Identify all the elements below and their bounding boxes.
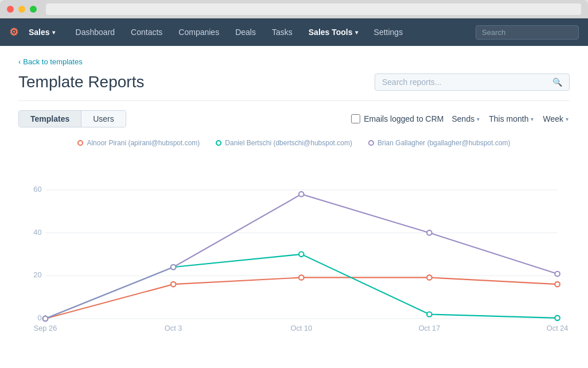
nav-contacts[interactable]: Contacts xyxy=(123,18,170,46)
svg-text:40: 40 xyxy=(33,228,41,237)
svg-text:Oct 17: Oct 17 xyxy=(419,324,441,332)
crm-checkbox[interactable] xyxy=(351,114,360,123)
header-divider xyxy=(18,100,570,101)
legend-label-1: Daniel Bertschi (dbertschi@hubspot.com) xyxy=(225,139,352,147)
svg-text:60: 60 xyxy=(33,185,41,193)
nav-sales-tools-label: Sales Tools xyxy=(309,28,353,37)
maximize-dot[interactable] xyxy=(30,6,37,13)
page-title: Template Reports xyxy=(18,73,144,91)
back-arrow-icon: ‹ xyxy=(18,57,21,66)
nav-settings[interactable]: Settings xyxy=(366,18,411,46)
nav-logo[interactable]: ⚙ xyxy=(9,26,18,38)
this-month-arrow-icon: ▾ xyxy=(531,116,534,122)
search-reports-container: 🔍 xyxy=(375,73,570,91)
point-alnoor-3 xyxy=(427,275,432,280)
crm-checkbox-group: Emails logged to CRM xyxy=(351,114,443,123)
nav-sales-arrow: ▾ xyxy=(52,29,55,36)
point-brian-2 xyxy=(299,192,304,197)
point-daniel-4 xyxy=(555,316,560,321)
point-brian-4 xyxy=(555,272,560,277)
nav-dashboard[interactable]: Dashboard xyxy=(68,18,123,46)
legend-label-0: Alnoor Pirani (apirani@hubspot.com) xyxy=(87,139,200,147)
chart-area: Alnoor Pirani (apirani@hubspot.com) Dani… xyxy=(18,139,570,357)
right-controls: Emails logged to CRM Sends ▾ This month … xyxy=(351,112,570,126)
legend-item-0: Alnoor Pirani (apirani@hubspot.com) xyxy=(77,139,200,147)
nav-companies-label: Companies xyxy=(178,28,219,37)
week-arrow-icon: ▾ xyxy=(566,116,568,122)
point-alnoor-2 xyxy=(299,275,304,280)
nav-tasks-label: Tasks xyxy=(272,28,293,37)
point-daniel-3 xyxy=(427,312,432,317)
legend-item-1: Daniel Bertschi (dbertschi@hubspot.com) xyxy=(216,139,352,147)
nav-sales-tools-arrow: ▾ xyxy=(355,29,358,36)
svg-text:Oct 24: Oct 24 xyxy=(547,324,568,332)
nav-dashboard-label: Dashboard xyxy=(76,28,115,37)
close-dot[interactable] xyxy=(7,6,14,13)
legend-item-2: Brian Gallagher (bgallagher@hubspot.com) xyxy=(368,139,511,147)
page-header: Template Reports 🔍 xyxy=(18,73,570,91)
sends-arrow-icon: ▾ xyxy=(477,116,480,122)
crm-label: Emails logged to CRM xyxy=(364,114,443,123)
content-area: ‹ Back to templates Template Reports 🔍 T… xyxy=(0,46,588,368)
chart-legend: Alnoor Pirani (apirani@hubspot.com) Dani… xyxy=(18,139,570,147)
minimize-dot[interactable] xyxy=(18,6,25,13)
back-link-label: Back to templates xyxy=(23,57,82,66)
point-alnoor-1 xyxy=(171,282,176,287)
line-daniel xyxy=(45,254,558,319)
legend-dot-0 xyxy=(77,140,83,146)
back-link[interactable]: ‹ Back to templates xyxy=(18,57,570,66)
search-reports-input[interactable] xyxy=(382,78,552,87)
point-alnoor-4 xyxy=(555,282,560,287)
nav-contacts-label: Contacts xyxy=(131,28,162,37)
svg-text:0: 0 xyxy=(37,313,41,322)
nav-deals[interactable]: Deals xyxy=(227,18,264,46)
controls-row: Templates Users Emails logged to CRM Sen… xyxy=(18,110,570,127)
nav-sales-tools[interactable]: Sales Tools ▾ xyxy=(301,18,366,46)
point-brian-0 xyxy=(43,316,48,321)
legend-label-2: Brian Gallagher (bgallagher@hubspot.com) xyxy=(377,139,511,147)
tab-users[interactable]: Users xyxy=(81,111,126,127)
nav-companies[interactable]: Companies xyxy=(170,18,227,46)
address-bar[interactable] xyxy=(46,3,581,15)
week-dropdown[interactable]: Week ▾ xyxy=(542,112,570,126)
svg-text:20: 20 xyxy=(33,270,41,279)
browser-chrome xyxy=(0,0,588,18)
top-nav: ⚙ Sales ▾ Dashboard Contacts Companies D… xyxy=(0,18,588,46)
this-month-dropdown[interactable]: This month ▾ xyxy=(488,112,535,126)
legend-dot-1 xyxy=(216,140,221,146)
main-content: ‹ Back to templates Template Reports 🔍 T… xyxy=(0,46,588,368)
point-daniel-2 xyxy=(299,252,304,257)
this-month-label: This month xyxy=(489,114,528,123)
nav-items: Dashboard Contacts Companies Deals Tasks… xyxy=(68,18,476,46)
nav-settings-label: Settings xyxy=(374,28,403,37)
nav-sales-label: Sales xyxy=(29,28,50,37)
line-alnoor xyxy=(45,277,558,319)
svg-text:Oct 3: Oct 3 xyxy=(165,324,182,332)
search-reports-icon[interactable]: 🔍 xyxy=(552,78,562,87)
sends-label: Sends xyxy=(452,114,475,123)
line-chart: 60 40 20 0 xyxy=(18,154,570,367)
hubspot-icon: ⚙ xyxy=(9,26,18,38)
sends-dropdown[interactable]: Sends ▾ xyxy=(451,112,481,126)
nav-sales[interactable]: Sales ▾ xyxy=(21,18,63,46)
tab-templates[interactable]: Templates xyxy=(19,111,81,127)
svg-text:Sep 26: Sep 26 xyxy=(34,324,57,332)
nav-search-input[interactable] xyxy=(476,25,579,40)
nav-tasks[interactable]: Tasks xyxy=(264,18,301,46)
week-label: Week xyxy=(543,114,563,123)
tab-group: Templates Users xyxy=(18,110,126,127)
point-brian-3 xyxy=(427,230,432,235)
svg-text:Oct 10: Oct 10 xyxy=(290,324,312,332)
legend-dot-2 xyxy=(368,140,374,146)
nav-deals-label: Deals xyxy=(235,28,256,37)
point-brian-1 xyxy=(171,265,176,270)
